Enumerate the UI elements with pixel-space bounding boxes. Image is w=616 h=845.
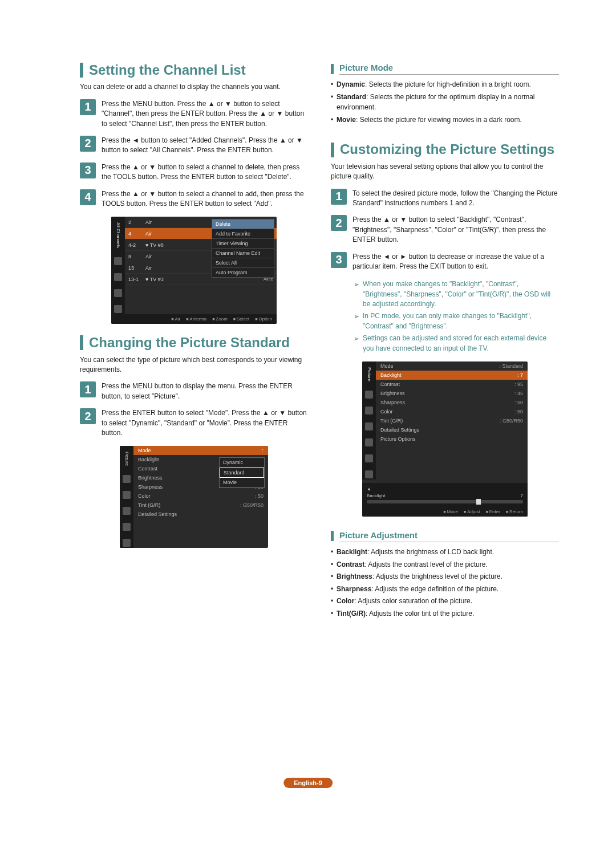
osd-setting-row: Sharpness: 50	[376, 398, 528, 407]
accent-bar-icon	[80, 335, 83, 350]
osd-footer-item: Move	[443, 509, 458, 514]
osd-footer-item: Enter	[485, 509, 500, 514]
slider-thumb-icon	[476, 499, 481, 505]
left-column: Setting the Channel List You can delete …	[80, 63, 308, 627]
section-intro: You can select the type of picture which…	[80, 355, 308, 375]
osd-footer-item: Air	[171, 316, 180, 322]
osd-side-icon	[365, 470, 373, 478]
osd-picture-mode: Picture Mode: BacklightContrastBrightnes…	[120, 446, 268, 548]
bullet-item: Movie: Selects the picture for viewing m…	[331, 115, 559, 125]
step-number: 1	[80, 99, 96, 115]
osd-setting-row: Picture Options	[376, 434, 528, 444]
osd-side-icon	[123, 507, 131, 515]
osd-channel-list: All Channels 2Air4Air4-2♥ TV #88Air13Air…	[111, 217, 277, 324]
step-text: Press the MENU button. Press the ▲ or ▼ …	[102, 99, 308, 129]
osd-dropdown-item: Movie	[220, 478, 264, 488]
note-arrow-icon: ➢	[354, 280, 359, 309]
accent-bar-icon	[331, 143, 334, 157]
slider-value: 7	[521, 493, 523, 498]
osd-footer-item: Adjust	[464, 509, 480, 514]
osd-side-icon	[365, 438, 373, 446]
osd-setting-row: Brightness: 45	[376, 389, 528, 398]
step-number: 3	[331, 252, 347, 268]
osd-mode-dropdown: DynamicStandardMovie	[219, 457, 265, 488]
osd-setting-row: Color: 50	[133, 491, 268, 501]
osd-footer: MoveAdjustEnterReturn	[362, 507, 528, 517]
osd-footer-item: Select	[233, 316, 249, 322]
osd-side-label: All Channels	[116, 220, 121, 250]
step-text: Press the MENU button to display the men…	[102, 381, 308, 401]
osd-dropdown-item: Dynamic	[220, 458, 264, 468]
subsection-title: Picture Adjustment	[339, 530, 559, 542]
osd-footer: AirAntennaZoomSelectOption	[111, 314, 277, 324]
bullet-item: Dynamic: Selects the picture for high-de…	[331, 79, 559, 90]
section-intro: Your television has several setting opti…	[331, 162, 559, 182]
section-title: Setting the Channel List	[89, 63, 246, 78]
right-column: Picture Mode Dynamic: Selects the pictur…	[331, 63, 559, 627]
note-item: ➢Settings can be adjusted and stored for…	[354, 334, 559, 354]
osd-side-icon	[123, 491, 131, 499]
osd-setting-row: Backlight: 7	[376, 371, 528, 380]
osd-setting-row: Mode: Standard	[376, 361, 528, 371]
osd-picture-settings: Picture Mode: StandardBacklight: 7Contra…	[362, 361, 528, 517]
osd-menu-item: Select All	[212, 258, 274, 268]
osd-side-label: Picture	[367, 365, 372, 384]
osd-footer-item: Option	[255, 316, 272, 322]
osd-menu-item: Timer Viewing	[212, 239, 274, 249]
bullet-list: Dynamic: Selects the picture for high-de…	[331, 79, 559, 125]
bullet-item: Backlight: Adjusts the brightness of LCD…	[331, 547, 559, 558]
slider-label: Backlight	[367, 493, 521, 498]
section-title: Customizing the Picture Settings	[340, 142, 554, 157]
step-text: To select the desired picture mode, foll…	[352, 189, 559, 209]
bullet-list: Backlight: Adjusts the brightness of LCD…	[331, 547, 559, 619]
page-number-pill: English-9	[283, 778, 333, 788]
step-number: 2	[80, 136, 96, 152]
osd-side-icon	[114, 289, 122, 297]
osd-side-icon	[114, 273, 122, 281]
accent-bar-icon	[331, 531, 334, 541]
step-number: 2	[80, 408, 96, 424]
notes-list: ➢When you make changes to "Backlight", "…	[354, 279, 559, 354]
osd-side-icon	[114, 257, 122, 265]
bullet-item: Standard: Selects the picture for the op…	[331, 92, 559, 113]
step-text: Press the ENTER button to select "Mode".…	[102, 408, 308, 438]
note-arrow-icon: ➢	[354, 334, 359, 354]
osd-setting-row: Color: 50	[376, 407, 528, 416]
section-title: Changing the Picture Standard	[89, 335, 290, 350]
step-text: Press the ◄ button to select "Added Chan…	[102, 136, 308, 156]
osd-side-icon	[114, 305, 122, 313]
osd-setting-row: Contrast: 95	[376, 380, 528, 389]
bullet-item: Sharpness: Adjusts the edge definition o…	[331, 584, 559, 595]
osd-side-icon	[365, 454, 373, 462]
osd-footer-item: Return	[506, 509, 523, 514]
osd-setting-row: Detailed Settings	[133, 510, 268, 519]
osd-slider: ▲ Backlight 7	[362, 483, 528, 507]
osd-footer-item: Zoom	[212, 316, 228, 322]
osd-menu-item: Delete	[212, 220, 274, 229]
note-item: ➢When you make changes to "Backlight", "…	[354, 279, 559, 309]
page-footer: English-9	[283, 778, 333, 788]
osd-side-icon	[123, 523, 131, 531]
up-arrow-icon: ▲	[367, 486, 371, 491]
osd-setting-row: Tint (G/R): G50/R50	[376, 416, 528, 425]
step-number: 2	[331, 215, 347, 231]
step-number: 3	[80, 162, 96, 178]
osd-setting-row: Tint (G/R): G50/R50	[133, 501, 268, 510]
note-item: ➢In PC mode, you can only make changes t…	[354, 311, 559, 331]
osd-dropdown-item: Standard	[220, 468, 264, 478]
note-arrow-icon: ➢	[354, 312, 359, 331]
step-number: 1	[331, 189, 347, 205]
bullet-item: Color: Adjusts color saturation of the p…	[331, 596, 559, 607]
osd-side-icon	[365, 407, 373, 415]
step-number: 1	[80, 381, 96, 397]
section-intro: You can delete or add a channel to displ…	[80, 82, 308, 92]
accent-bar-icon	[331, 64, 334, 74]
osd-side-icon	[365, 422, 373, 430]
osd-context-menu: DeleteAdd to FavoriteTimer ViewingChanne…	[212, 219, 274, 278]
step-text: Press the ▲ or ▼ button to select a chan…	[102, 189, 308, 209]
step-text: Press the ◄ or ► button to decrease or i…	[352, 252, 559, 272]
subsection-title: Picture Mode	[339, 63, 559, 75]
bullet-item: Contrast: Adjusts the contrast level of …	[331, 559, 559, 570]
osd-row-label: Mode	[138, 448, 262, 453]
osd-menu-item: Auto Program	[212, 268, 274, 278]
